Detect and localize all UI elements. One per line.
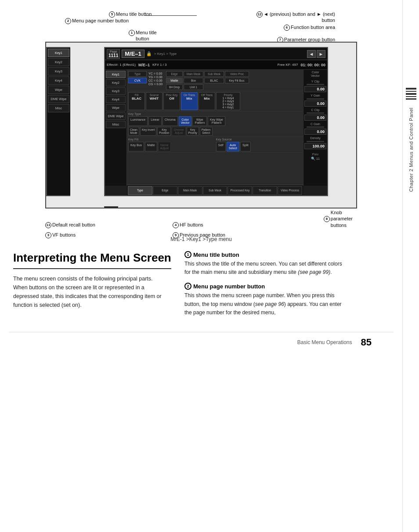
videoproc-label: Video Proc — [225, 71, 249, 77]
vf-key3[interactable]: Key3 — [48, 67, 69, 75]
bottom-tab-bar: Type Edge Main Mask Sub Mask Processed K… — [127, 185, 303, 195]
sidebar-line-2 — [406, 91, 416, 92]
chroma-btn[interactable]: Chroma — [163, 116, 178, 126]
default-recall-btn[interactable]: Default Recall — [104, 206, 118, 208]
num-3: 3 — [45, 232, 51, 238]
vf-panel: Key1 Key2 Key3 Key4 Wipe DME Wipe Misc — [46, 47, 70, 196]
offtrans-cell: Off TransMix — [199, 92, 215, 110]
keybus-btn[interactable]: Key Bus — [128, 142, 144, 151]
cclip-val: 0.00 — [304, 115, 326, 121]
knob-density: Density 100.00 — [304, 137, 326, 149]
chapter-label: Chapter 2 Menus and Control Panel — [408, 108, 414, 192]
tab-edge[interactable]: Edge — [153, 186, 177, 195]
yclip-bar — [307, 84, 324, 85]
prev-nav-btn[interactable]: ◄ — [307, 50, 316, 58]
page-number-btn[interactable]: Page 1111 — [107, 49, 120, 59]
vf-misc[interactable]: Misc — [48, 104, 69, 112]
nav-key4[interactable]: Key4 — [106, 96, 126, 103]
priority-cell: Priority 1 = Key4 2 = Key3 3 = Key2 4 = … — [216, 92, 240, 110]
section-2-text: This shows the menu screen page number. … — [184, 291, 343, 317]
luminance-btn[interactable]: Luminance — [128, 116, 148, 126]
default-recall-area: Default Recall — [104, 206, 118, 208]
nav-buttons: ◄ ► — [307, 50, 325, 58]
ygain-bar — [307, 98, 324, 100]
num-badge-1: 1 — [184, 251, 191, 258]
keypriority-btn[interactable]: KeyPriority — [187, 127, 199, 136]
keyinvert-btn[interactable]: Key Invert — [140, 127, 156, 136]
cvk-btn[interactable]: CVK — [128, 78, 147, 83]
self-btn[interactable]: Self — [216, 142, 226, 151]
chromeadj-btn[interactable]: ChromeAdjust — [172, 127, 185, 136]
vf-key2[interactable]: Key2 — [48, 58, 69, 66]
article-left: Interpreting the Menu Screen The menu sc… — [13, 251, 171, 323]
annotation-6: 6 Function button area — [284, 24, 335, 31]
num-6: 6 — [284, 25, 290, 31]
tab-mainmask[interactable]: Main Mask — [178, 186, 202, 195]
source-cell: SourceWHIT — [146, 92, 163, 110]
me-title-btn[interactable]: M/E–1 — [122, 50, 144, 58]
density-val: 100.00 — [304, 143, 326, 149]
page-number: 85 — [361, 337, 372, 348]
status-bar: Effect#: 1 (Effect1) M/E–1 KF# 1 / 3 Fre… — [105, 60, 327, 70]
knob-cgain: C Gain 0.00 — [304, 122, 326, 135]
submask-label: Sub Mask — [204, 71, 224, 77]
wipepat-btn[interactable]: WipePattern — [192, 116, 207, 126]
page-footer: Basic Menu Operations 85 — [9, 332, 394, 352]
screen-topbar: Page 1111 M/E–1 🔒 > Key1 > Type ◄ ► — [105, 48, 327, 60]
annotation-8: 8 Knobparameterbuttons — [324, 209, 353, 228]
mainmask-val: Box — [184, 78, 203, 83]
main-content: 5 Menu title button 12 ◄ (previous) butt… — [0, 0, 402, 532]
knob-yclip: Y Clip 0.00 — [304, 80, 326, 92]
keysource-label: Key Source — [216, 138, 302, 141]
matte-btn[interactable]: Matte — [166, 78, 183, 83]
submask-val: BLAC — [204, 78, 224, 83]
num-9: 9 — [173, 232, 179, 238]
tab-transition[interactable]: Transition — [253, 186, 277, 195]
linear-btn[interactable]: Linear — [148, 116, 161, 126]
annotation-12: 12 ◄ (previous) button and ► (next)butto… — [256, 11, 335, 24]
cclip-bar — [307, 112, 324, 114]
section-1-heading: 1 Menu title button — [184, 251, 343, 258]
vf-dme-wipe[interactable]: DME Wipe — [48, 95, 69, 103]
tab-processedkey[interactable]: Processed Key — [228, 186, 252, 195]
edge-label: Edge — [166, 71, 183, 77]
keyfill-label: Key Fill — [128, 138, 214, 141]
num-8: 8 — [324, 216, 330, 222]
sidebar-line-4 — [406, 96, 416, 97]
vf-key1[interactable]: Key1 — [48, 49, 69, 57]
autoselect-btn[interactable]: AutoSelect — [227, 142, 239, 151]
matte-keyfill-btn[interactable]: Matte — [145, 142, 157, 151]
nameadj-btn[interactable]: NameAdjust — [158, 142, 171, 151]
nav-key1[interactable]: Key1 — [106, 71, 126, 78]
colorvector-btn[interactable]: ColorVector — [179, 116, 192, 126]
vf-key4[interactable]: Key4 — [48, 76, 69, 85]
tab-type[interactable]: Type — [128, 186, 152, 195]
ontrans-cell[interactable]: On TransMix — [181, 92, 198, 110]
nav-key2[interactable]: Key2 — [106, 79, 126, 86]
cleanmode-btn[interactable]: CleanMode — [128, 127, 139, 136]
tab-submask[interactable]: Sub Mask — [203, 186, 228, 195]
sidebar-line-5 — [406, 98, 416, 100]
num-5: 5 — [109, 11, 115, 18]
section-2-heading: 2 Menu page number button — [184, 283, 343, 290]
tab-videoprocess[interactable]: Video Process — [278, 186, 302, 195]
keypos-btn[interactable]: KeyPosition — [157, 127, 171, 136]
num-2: 2 — [65, 18, 71, 24]
num-12: 12 — [256, 11, 263, 18]
8hdrop-btn[interactable]: 8H Drop — [166, 84, 183, 90]
vf-wipe[interactable]: Wipe — [48, 86, 69, 94]
next-nav-btn[interactable]: ► — [317, 50, 325, 58]
patternsel-btn[interactable]: PatternSelect — [200, 127, 213, 136]
nav-dme[interactable]: DME Wipe — [106, 112, 126, 120]
keywipe-btn[interactable]: Key WipePattern — [208, 116, 225, 126]
fill-cell: FillBLAC — [128, 92, 145, 110]
nav-key3[interactable]: Key3 — [106, 87, 126, 95]
nav-wipe[interactable]: Wipe — [106, 104, 126, 111]
nav-misc[interactable]: Misc — [106, 121, 126, 128]
section-1: 1 Menu title button This shows the title… — [184, 251, 343, 277]
num-1: 1 — [129, 30, 135, 36]
split-btn[interactable]: Split — [240, 142, 251, 151]
prev-indicator: 🔍 11 — [311, 157, 320, 161]
diagram-section: 5 Menu title button 12 ◄ (previous) butt… — [39, 9, 364, 233]
article-section: Interpreting the Menu Screen The menu sc… — [9, 251, 394, 323]
